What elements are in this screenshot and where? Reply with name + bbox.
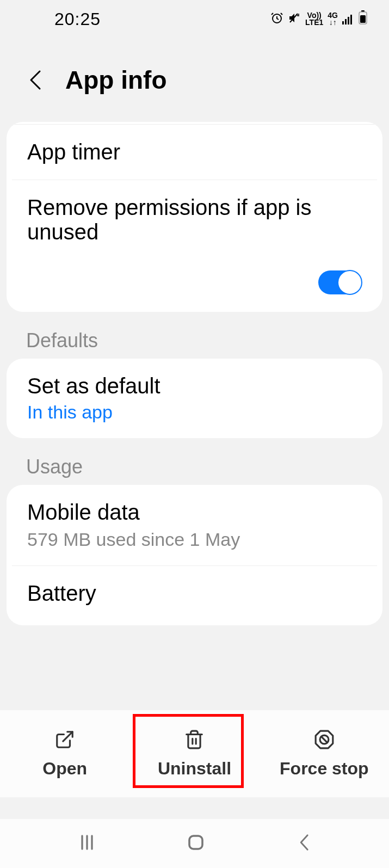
force-stop-label: Force stop [280,759,369,779]
open-icon [54,729,75,752]
defaults-section-label: Defaults [0,312,389,359]
back-button[interactable] [26,69,44,91]
remove-permissions-label: Remove permissions if app is unused [27,195,362,244]
svg-rect-2 [345,19,347,24]
navigation-bar [0,819,389,868]
usage-section-label: Usage [0,438,389,485]
svg-rect-7 [360,15,366,23]
remove-permissions-row[interactable]: Remove permissions if app is unused [7,180,382,260]
force-stop-button[interactable]: Force stop [260,729,389,779]
uninstall-button[interactable]: Uninstall [129,729,259,779]
set-as-default-row[interactable]: Set as default In this app [7,359,382,438]
mobile-data-sub: 579 MB used since 1 May [27,529,362,550]
content: App timer Remove permissions if app is u… [0,122,389,625]
usage-card: App timer Remove permissions if app is u… [7,122,382,312]
svg-rect-3 [348,17,349,24]
page-header: App info [0,38,389,122]
no-entry-icon [314,729,335,752]
status-icons: Vo)) LTE1 4G ↓↑ [270,10,367,28]
svg-line-13 [321,736,327,742]
svg-rect-17 [189,836,202,849]
remove-permissions-toggle[interactable] [318,270,362,294]
home-button[interactable] [186,833,206,854]
uninstall-label: Uninstall [158,759,231,779]
battery-row[interactable]: Battery [7,566,382,625]
volte-indicator: Vo)) LTE1 [305,12,323,26]
status-bar: 20:25 Vo)) LTE1 4G ↓↑ [0,0,389,38]
mute-icon [288,10,301,28]
toggle-knob [337,270,362,295]
network-indicator: 4G ↓↑ [328,12,338,26]
open-button[interactable]: Open [0,729,129,779]
set-as-default-sub: In this app [27,402,362,423]
recents-button[interactable] [77,833,97,854]
nav-back-button[interactable] [295,833,312,854]
defaults-card: Set as default In this app [7,359,382,438]
set-as-default-title: Set as default [27,374,362,398]
battery-icon [359,10,367,28]
status-time: 20:25 [54,9,101,29]
signal-icon [342,10,354,28]
app-timer-label: App timer [27,140,362,164]
app-timer-row[interactable]: App timer [7,125,382,180]
bottom-action-bar: Open Uninstall Force stop [0,710,389,797]
usage-data-card: Mobile data 579 MB used since 1 May Batt… [7,485,382,625]
battery-title: Battery [27,581,362,606]
trash-icon [184,729,205,752]
open-label: Open [42,759,87,779]
svg-line-8 [63,731,72,741]
alarm-icon [270,10,283,28]
mobile-data-row[interactable]: Mobile data 579 MB used since 1 May [7,485,382,565]
page-title: App info [65,65,167,95]
svg-rect-1 [342,21,344,24]
mobile-data-title: Mobile data [27,500,362,525]
svg-rect-4 [350,15,352,24]
